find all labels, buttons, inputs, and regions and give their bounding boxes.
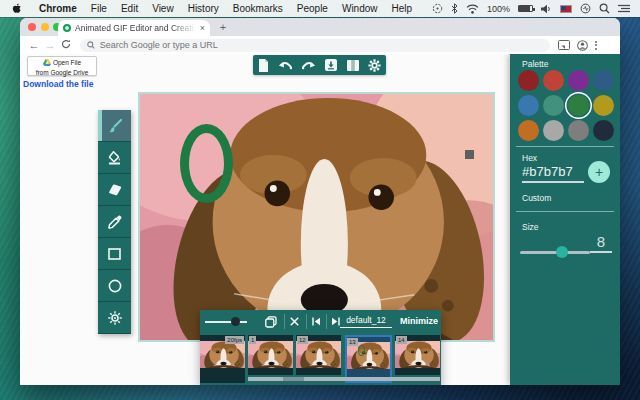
close-window-button[interactable] xyxy=(28,23,36,31)
swatch[interactable] xyxy=(543,70,564,91)
frame-thumbnail-12[interactable]: 12 xyxy=(296,335,341,375)
tab-close-icon[interactable]: × xyxy=(200,24,205,33)
drawn-green-ellipse xyxy=(180,124,233,203)
gif-filename-input[interactable]: default_12 xyxy=(340,315,392,328)
rectangle-icon xyxy=(108,248,121,260)
frame-number-badge: 12 xyxy=(297,336,308,344)
new-file-icon[interactable] xyxy=(258,59,269,72)
frame-thumbnail-14[interactable]: 14 xyxy=(395,335,440,375)
skip-start-icon[interactable] xyxy=(308,314,324,329)
menu-item-history[interactable]: History xyxy=(181,3,226,14)
forward-button[interactable]: → xyxy=(42,39,58,51)
size-value[interactable]: 8 xyxy=(590,233,612,253)
swatch[interactable] xyxy=(568,70,589,91)
back-button[interactable]: ← xyxy=(26,39,42,51)
minimize-panel-button[interactable]: Minimize xyxy=(400,316,438,326)
swatch[interactable] xyxy=(518,120,539,141)
gif-editor-page: Open File from Google Drive Download the… xyxy=(20,54,620,385)
search-icon xyxy=(87,41,95,49)
menu-item-file[interactable]: File xyxy=(84,3,114,14)
us-flag-icon[interactable] xyxy=(560,5,572,13)
siri-icon[interactable] xyxy=(580,3,591,14)
notification-center-icon[interactable] xyxy=(618,4,630,13)
menu-item-people[interactable]: People xyxy=(290,3,335,14)
frame-number-badge: 13 xyxy=(347,338,358,346)
size-slider[interactable] xyxy=(520,251,590,254)
reload-button[interactable] xyxy=(58,39,74,51)
circle-icon xyxy=(108,279,122,293)
delete-frame-icon[interactable] xyxy=(286,314,302,329)
google-drive-icon xyxy=(43,59,51,66)
volume-icon[interactable] xyxy=(541,4,552,14)
size-slider-thumb[interactable] xyxy=(556,246,568,258)
profile-icon[interactable] xyxy=(577,40,588,51)
frame-thumbnail-13-selected[interactable]: 13 xyxy=(345,335,392,383)
frame-number-badge: 1 xyxy=(249,336,256,344)
tool-fill[interactable] xyxy=(98,142,131,174)
download-file-link[interactable]: Download the file xyxy=(23,79,93,89)
color-sidebar: Palette Hex + xyxy=(510,54,620,385)
frames-scrollbar-thumb[interactable] xyxy=(283,377,304,381)
battery-icon[interactable] xyxy=(518,5,533,12)
speed-slider[interactable] xyxy=(205,321,247,323)
menu-item-view[interactable]: View xyxy=(145,3,181,14)
menu-item-chrome[interactable]: Chrome xyxy=(32,3,84,14)
export-image-icon[interactable] xyxy=(325,59,337,71)
speed-slider-thumb[interactable] xyxy=(231,317,240,326)
swatch[interactable] xyxy=(518,70,539,91)
swatch[interactable] xyxy=(518,95,539,116)
add-color-button[interactable]: + xyxy=(588,161,610,183)
time-machine-icon[interactable] xyxy=(432,3,443,14)
fps-badge: 20fps xyxy=(225,336,244,344)
address-bar[interactable] xyxy=(80,39,550,52)
address-input[interactable] xyxy=(100,40,543,50)
menu-item-help[interactable]: Help xyxy=(385,3,420,14)
hex-label: Hex xyxy=(522,153,537,163)
apple-menu-icon[interactable] xyxy=(12,3,22,14)
tab-favicon xyxy=(63,24,71,32)
eyedropper-icon xyxy=(108,215,122,229)
menu-item-window[interactable]: Window xyxy=(335,3,385,14)
drawing-canvas[interactable] xyxy=(138,92,495,342)
resize-handle[interactable] xyxy=(465,150,474,159)
frame-thumbnail-1[interactable]: 1 xyxy=(248,335,293,375)
new-tab-button[interactable]: + xyxy=(216,21,230,35)
browser-toolbar: ← → xyxy=(20,36,620,54)
preview-thumbnail[interactable]: 20fps xyxy=(200,335,245,383)
menu-item-edit[interactable]: Edit xyxy=(114,3,145,14)
swatch[interactable] xyxy=(543,120,564,141)
tool-eyedropper[interactable] xyxy=(98,206,131,238)
bluetooth-icon[interactable] xyxy=(451,3,458,14)
swatch-selected[interactable] xyxy=(568,95,589,116)
wifi-icon[interactable] xyxy=(466,4,479,14)
settings-gear-icon[interactable] xyxy=(368,59,381,72)
editor-toolbar xyxy=(253,55,386,75)
frames-scrollbar[interactable] xyxy=(248,377,440,381)
tool-circle[interactable] xyxy=(98,270,131,302)
minimize-window-button[interactable] xyxy=(41,23,49,31)
menu-kebab-icon[interactable] xyxy=(595,41,597,50)
open-file-button[interactable]: Open File from Google Drive xyxy=(27,56,97,76)
macos-menu-bar: Chrome File Edit View History Bookmarks … xyxy=(0,0,640,17)
swatch[interactable] xyxy=(593,120,614,141)
swatch[interactable] xyxy=(543,95,564,116)
swatch[interactable] xyxy=(593,95,614,116)
swatch[interactable] xyxy=(568,120,589,141)
undo-icon[interactable] xyxy=(278,60,292,71)
open-file-label-line1: Open File xyxy=(53,58,81,67)
tool-brush[interactable] xyxy=(98,110,131,142)
menu-item-bookmarks[interactable]: Bookmarks xyxy=(226,3,290,14)
desktop: Chrome File Edit View History Bookmarks … xyxy=(0,0,640,400)
browser-tab[interactable]: Animated GIF Editor and Creati × xyxy=(58,20,210,36)
redo-icon[interactable] xyxy=(302,60,316,71)
swatch[interactable] xyxy=(593,70,614,91)
duplicate-frame-icon[interactable] xyxy=(263,314,279,329)
spotlight-icon[interactable] xyxy=(599,3,610,14)
tool-eraser[interactable] xyxy=(98,174,131,206)
cast-icon[interactable] xyxy=(558,40,570,50)
tool-brightness[interactable] xyxy=(98,302,131,334)
frames-view-icon[interactable] xyxy=(347,60,359,71)
tool-rectangle[interactable] xyxy=(98,238,131,270)
separator xyxy=(306,314,307,329)
hex-input[interactable] xyxy=(522,164,584,183)
